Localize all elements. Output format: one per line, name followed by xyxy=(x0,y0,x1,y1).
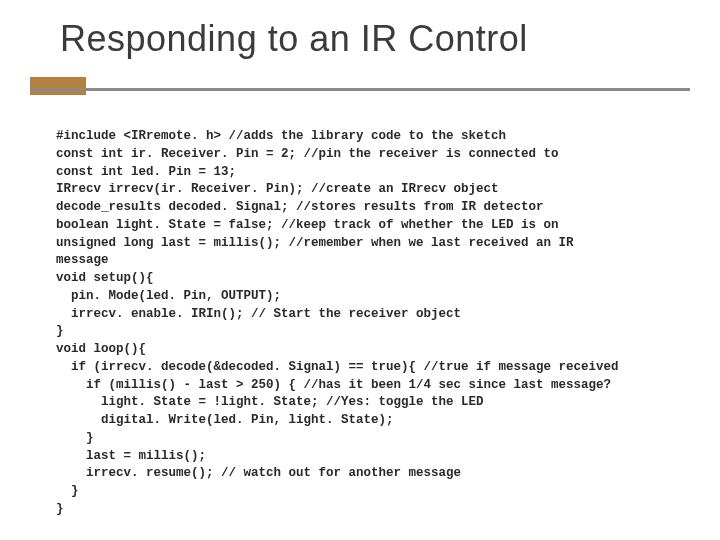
slide: Responding to an IR Control #include <IR… xyxy=(0,0,720,540)
divider-line xyxy=(30,88,690,91)
accent-block xyxy=(30,77,86,95)
code-block: #include <IRremote. h> //adds the librar… xyxy=(56,128,619,519)
slide-title: Responding to an IR Control xyxy=(0,0,720,60)
